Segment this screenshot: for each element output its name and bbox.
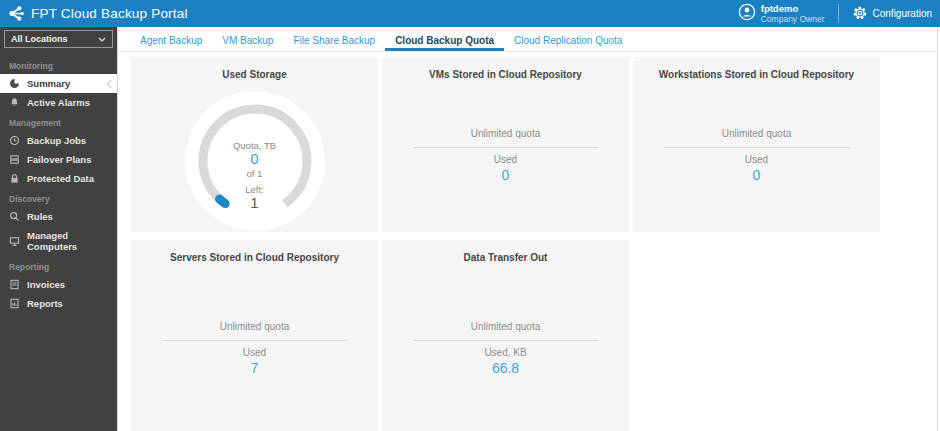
card-title: Data Transfer Out [382,240,629,263]
sidebar-item-invoices[interactable]: Invoices [0,275,117,294]
sidebar-item-label: Failover Plans [27,154,91,165]
magnifier-icon [9,211,20,222]
tab-file-share-backup[interactable]: File Share Backup [283,29,385,51]
server-stack-icon [9,154,20,165]
sidebar-item-label: Protected Data [27,173,94,184]
user-menu[interactable]: fptdemo Company Owner [738,3,825,25]
workstations-stored-card: Workstations Stored in Cloud Repository … [633,57,880,232]
card-title: Servers Stored in Cloud Repository [131,240,378,263]
tab-agent-backup[interactable]: Agent Backup [130,29,212,51]
header-divider [838,4,839,23]
sidebar-section-management: Management [0,112,117,131]
sidebar-item-active-alarms[interactable]: Active Alarms [0,93,117,112]
tab-vm-backup[interactable]: VM Backup [212,29,283,51]
card-title: VMs Stored in Cloud Repository [382,57,629,80]
gear-icon [852,5,868,23]
used-value: 0 [382,167,629,183]
user-avatar-icon [738,3,756,25]
storage-quota-gauge: Quota, TB 0 of 1 Left: 1 [182,88,328,234]
sidebar-item-label: Reports [27,298,63,309]
used-label: Used [382,154,629,165]
lock-icon [9,173,20,184]
sidebar-item-label: Managed Computers [27,230,108,252]
tab-bar: Agent Backup VM Backup File Share Backup… [118,29,940,52]
sidebar-item-summary[interactable]: Summary [0,74,117,93]
location-selector[interactable]: All Locations [4,30,113,48]
used-value: 7 [131,360,378,376]
tab-cloud-backup-quota[interactable]: Cloud Backup Quota [385,29,504,51]
used-label: Used [131,347,378,358]
sidebar-item-protected-data[interactable]: Protected Data [0,169,117,188]
separator [162,340,348,341]
separator [413,147,599,148]
sidebar-section-discovery: Discovery [0,188,117,207]
sidebar: All Locations Monitoring Summary Active … [0,27,118,431]
sidebar-item-label: Invoices [27,279,65,290]
location-selector-value: All Locations [11,34,68,44]
app-title: FPT Cloud Backup Portal [31,6,188,21]
tab-cloud-replication-quota[interactable]: Cloud Replication Quota [504,29,632,51]
sidebar-item-label: Backup Jobs [27,135,86,146]
monitor-icon [9,236,20,247]
data-transfer-out-card: Data Transfer Out Unlimited quota Used, … [382,240,629,431]
sidebar-item-failover-plans[interactable]: Failover Plans [0,150,117,169]
app-header: FPT Cloud Backup Portal fptdemo Company … [0,0,940,27]
card-title: Workstations Stored in Cloud Repository [633,57,880,80]
sidebar-item-label: Active Alarms [27,97,90,108]
gauge-of-label: of 1 [182,168,328,179]
sidebar-item-reports[interactable]: Reports [0,294,117,313]
user-name: fptdemo [761,4,825,14]
sidebar-section-reporting: Reporting [0,256,117,275]
fpt-logo-icon [8,5,25,22]
quota-text: Unlimited quota [382,128,629,139]
gauge-left-value: 1 [182,194,328,211]
configuration-label: Configuration [873,8,932,19]
clock-icon [9,135,20,146]
used-value: 66.8 [382,360,629,376]
pie-chart-icon [9,78,20,89]
sidebar-item-managed-computers[interactable]: Managed Computers [0,226,117,256]
sidebar-item-label: Summary [27,78,70,89]
sidebar-section-monitoring: Monitoring [0,55,117,74]
report-icon [9,298,20,309]
vms-stored-card: VMs Stored in Cloud Repository Unlimited… [382,57,629,232]
sidebar-item-label: Rules [27,211,53,222]
quota-text: Unlimited quota [633,128,880,139]
configuration-button[interactable]: Configuration [852,5,932,23]
used-label: Used [633,154,880,165]
sidebar-item-backup-jobs[interactable]: Backup Jobs [0,131,117,150]
invoice-icon [9,279,20,290]
main-area: Agent Backup VM Backup File Share Backup… [118,27,940,431]
servers-stored-card: Servers Stored in Cloud Repository Unlim… [131,240,378,431]
user-role: Company Owner [761,14,825,24]
separator [413,340,599,341]
cards-area: Used Storage Quota, TB 0 of 1 Left: 1 [118,52,940,431]
bell-icon [9,97,20,108]
separator [664,147,850,148]
used-storage-card: Used Storage Quota, TB 0 of 1 Left: 1 [131,57,378,232]
used-value: 0 [633,167,880,183]
quota-text: Unlimited quota [131,321,378,332]
quota-text: Unlimited quota [382,321,629,332]
gauge-used-value: 0 [182,150,328,167]
sidebar-item-rules[interactable]: Rules [0,207,117,226]
card-title: Used Storage [131,57,378,80]
used-label: Used, KB [382,347,629,358]
chevron-down-icon [98,34,106,44]
